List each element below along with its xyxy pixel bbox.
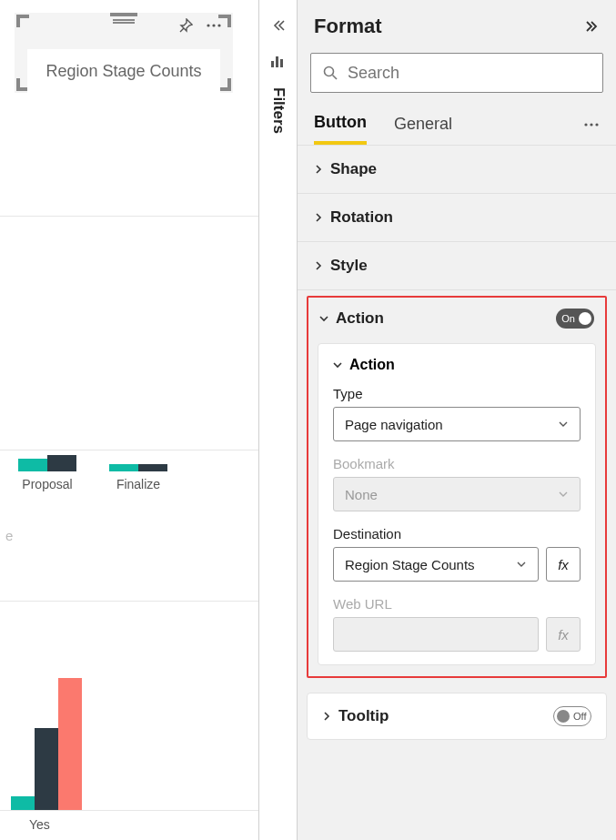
bar: [11, 796, 35, 810]
bar-group: Proposal: [18, 455, 76, 491]
toggle-dot: [557, 710, 570, 723]
tooltip-toggle[interactable]: Off: [553, 706, 591, 726]
report-canvas: Region Stage Counts Proposal Finalize e: [0, 0, 259, 840]
search-input-wrapper[interactable]: [310, 53, 603, 93]
action-card: Action Type Page navigation Bookmark Non…: [318, 343, 596, 665]
section-style[interactable]: Style: [298, 242, 616, 290]
section-tooltip[interactable]: Tooltip Off: [307, 693, 607, 740]
toggle-label: On: [561, 313, 575, 324]
resize-handle-top[interactable]: [110, 13, 137, 16]
bar: [18, 459, 47, 471]
chevron-right-icon: [322, 712, 331, 721]
expand-right-icon[interactable]: [585, 19, 600, 34]
format-tabs: Button General: [298, 100, 616, 146]
resize-handle-br[interactable]: [218, 78, 231, 91]
bar-category-label: Finalize: [116, 477, 160, 491]
section-action[interactable]: Action On: [308, 298, 605, 339]
svg-point-3: [325, 67, 334, 76]
destination-fx-button[interactable]: fx: [546, 547, 581, 582]
destination-label: Destination: [333, 526, 581, 541]
bar-chart-1: Proposal Finalize: [0, 419, 258, 491]
format-panel: Format Button General Shape Rotation Sty…: [298, 0, 616, 840]
nav-button[interactable]: Region Stage Counts: [27, 49, 220, 93]
chevron-down-icon: [558, 419, 569, 430]
chart-axis-line: [0, 810, 258, 811]
weburl-label: Web URL: [333, 596, 581, 612]
section-label: Style: [330, 257, 368, 275]
dropdown-value: None: [345, 487, 378, 502]
nav-button-label: Region Stage Counts: [45, 62, 201, 81]
chevron-down-icon: [319, 314, 328, 323]
svg-point-6: [590, 123, 592, 126]
chevron-right-icon: [314, 261, 323, 270]
visualizations-icon[interactable]: [271, 53, 286, 67]
section-label: Shape: [330, 160, 377, 178]
bar: [109, 464, 138, 471]
bar: [138, 464, 167, 471]
bar-chart-2: [0, 637, 258, 819]
dropdown-value: Page navigation: [345, 417, 443, 432]
search-icon: [322, 65, 338, 81]
bar: [47, 455, 76, 471]
weburl-input: [333, 617, 539, 652]
action-section-highlighted: Action On Action Type Page navigation Bo…: [307, 296, 607, 678]
toggle-label: Off: [573, 711, 586, 722]
action-toggle[interactable]: On: [556, 309, 594, 329]
pin-icon[interactable]: [178, 18, 193, 33]
chart-divider: [0, 601, 258, 602]
destination-dropdown[interactable]: Region Stage Counts: [333, 547, 539, 582]
filters-panel-collapsed: Filters: [259, 0, 298, 840]
chart-divider: [0, 216, 258, 217]
chevron-right-icon: [314, 165, 323, 174]
type-dropdown[interactable]: Page navigation: [333, 407, 581, 441]
chevron-right-icon: [314, 213, 323, 222]
dropdown-value: Region Stage Counts: [345, 557, 475, 572]
section-label: Tooltip: [338, 707, 389, 725]
bar-category-label: Yes: [29, 817, 258, 832]
section-shape[interactable]: Shape: [298, 146, 616, 194]
search-input[interactable]: [348, 64, 591, 83]
chevron-down-icon: [333, 360, 342, 369]
svg-line-4: [333, 76, 338, 80]
card-title: Action: [349, 357, 395, 373]
bar-category-label: Proposal: [22, 477, 72, 491]
section-rotation[interactable]: Rotation: [298, 194, 616, 242]
bar-group: Finalize: [109, 464, 167, 491]
selected-button-visual[interactable]: Region Stage Counts: [15, 13, 233, 93]
collapse-left-icon[interactable]: [271, 18, 286, 33]
bookmark-dropdown: None: [333, 477, 581, 511]
tab-general[interactable]: General: [394, 115, 452, 143]
filters-label[interactable]: Filters: [269, 87, 288, 134]
resize-handle-tr[interactable]: [218, 15, 231, 27]
tab-button[interactable]: Button: [314, 113, 367, 145]
resize-handle-tl[interactable]: [16, 15, 29, 27]
svg-point-7: [595, 123, 598, 126]
chevron-down-icon: [516, 559, 527, 570]
bookmark-label: Bookmark: [333, 456, 581, 471]
tab-more-icon[interactable]: [583, 117, 600, 141]
visual-header-bar: [15, 13, 233, 38]
section-label: Rotation: [330, 208, 393, 227]
axis-label-fragment: e: [5, 528, 13, 543]
chevron-down-icon: [558, 489, 569, 500]
type-label: Type: [333, 386, 581, 401]
toggle-dot: [579, 312, 591, 325]
bar: [58, 678, 82, 810]
weburl-fx-button: fx: [546, 617, 581, 652]
format-title: Format: [314, 15, 382, 38]
section-label: Action: [336, 309, 384, 328]
format-header: Format: [298, 0, 616, 53]
bar: [35, 728, 58, 810]
svg-point-5: [584, 123, 587, 126]
card-header[interactable]: Action: [333, 357, 581, 373]
svg-point-0: [207, 24, 209, 26]
drag-handle-icon[interactable]: [113, 18, 135, 25]
svg-point-1: [212, 24, 215, 26]
